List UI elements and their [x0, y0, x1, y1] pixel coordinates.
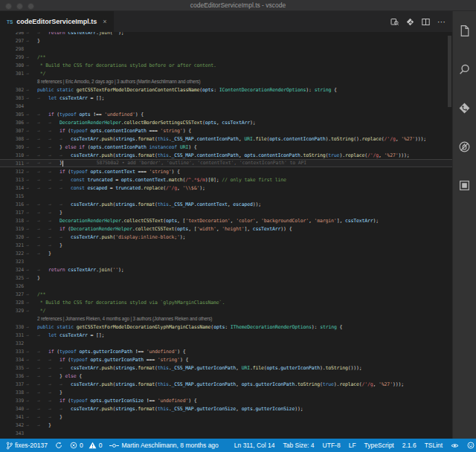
code-line[interactable]: 302→public static getCSSTextForModelDeco…: [0, 85, 452, 94]
sync-button[interactable]: [55, 442, 62, 449]
code-line[interactable]: 315: [0, 192, 452, 200]
code-line[interactable]: 331→→let cssTextArr = [];: [0, 331, 452, 339]
code-line[interactable]: 313→→→→const truncated = opts.contentTex…: [0, 175, 452, 184]
line-number[interactable]: 321: [0, 242, 26, 248]
line-number[interactable]: 329: [0, 308, 26, 314]
code-line[interactable]: 340→→→→cssTextArr.push(strings.format(th…: [0, 404, 452, 413]
code-line[interactable]: 310→→→→cssTextArr.push(strings.format(th…: [0, 151, 452, 159]
line-number[interactable]: 299: [0, 54, 26, 60]
code-line[interactable]: 341→→→}: [0, 413, 452, 421]
code-line[interactable]: 298: [0, 45, 452, 53]
line-number[interactable]: 309: [0, 144, 26, 150]
line-number[interactable]: 302: [0, 87, 26, 93]
more-actions-icon[interactable]: ⋯: [437, 18, 446, 25]
code-line[interactable]: 297→}: [0, 36, 452, 45]
eye-icon[interactable]: [451, 442, 459, 449]
line-number[interactable]: 337: [0, 381, 26, 387]
line-number[interactable]: 307: [0, 128, 26, 134]
line-number[interactable]: 331: [0, 332, 26, 338]
line-number[interactable]: 332: [0, 340, 26, 346]
line-number[interactable]: 313: [0, 177, 26, 183]
line-number[interactable]: 340: [0, 406, 26, 412]
line-number[interactable]: 330: [0, 324, 26, 330]
code-editor[interactable]: 296→→return cssTextArr.join('');297→}298…: [0, 32, 452, 439]
code-line[interactable]: 303→→let cssTextArr = [];: [0, 94, 452, 102]
line-number[interactable]: 339: [0, 398, 26, 404]
line-number[interactable]: 316: [0, 201, 26, 207]
code-line[interactable]: 319→→→if (DecorationRenderHelper.collect…: [0, 225, 452, 233]
line-number[interactable]: 314: [0, 185, 26, 191]
code-line[interactable]: 300→ * Build the CSS for decorations sty…: [0, 61, 452, 69]
code-line[interactable]: 309→→→} else if (opts.contentIconPath in…: [0, 143, 452, 151]
code-line[interactable]: 322→→}: [0, 249, 452, 257]
line-number[interactable]: 318: [0, 218, 26, 224]
line-number[interactable]: 311: [0, 161, 26, 167]
language-mode[interactable]: TypeScript: [364, 442, 394, 449]
code-line[interactable]: 321→→→}: [0, 241, 452, 249]
editor-scrollbar[interactable]: [448, 36, 451, 107]
line-number[interactable]: 338: [0, 390, 26, 396]
line-number[interactable]: 342: [0, 422, 26, 428]
line-number[interactable]: 327: [0, 291, 26, 297]
code-line[interactable]: 325→}: [0, 274, 452, 282]
line-number[interactable]: 303: [0, 95, 26, 101]
line-number[interactable]: 335: [0, 365, 26, 371]
line-number[interactable]: 328: [0, 300, 26, 306]
gitlens-diamond-icon[interactable]: [406, 18, 414, 26]
cursor-position[interactable]: Ln 311, Col 14: [234, 442, 275, 449]
smiley-feedback-icon[interactable]: [467, 442, 475, 449]
line-number[interactable]: 315: [0, 193, 26, 199]
code-line[interactable]: 339→→→if (typeof opts.gutterIconSize !==…: [0, 396, 452, 404]
code-line[interactable]: 327→/**: [0, 290, 452, 298]
line-number[interactable]: 304: [0, 103, 26, 109]
extensions-icon[interactable]: [453, 166, 476, 204]
line-number[interactable]: 333: [0, 349, 26, 355]
code-line[interactable]: 326: [0, 282, 452, 290]
open-preview-icon[interactable]: [390, 18, 399, 26]
line-number[interactable]: 300: [0, 62, 26, 68]
tslint-status[interactable]: TSLint: [425, 442, 443, 449]
encoding-indicator[interactable]: UTF-8: [323, 442, 341, 449]
line-number[interactable]: 320: [0, 234, 26, 240]
tab-codeEditorServiceImpl[interactable]: TS codeEditorServiceImpl.ts ×: [0, 11, 114, 32]
codelens-annotation[interactable]: 2 references | Johannes Rieken, 4 months…: [0, 314, 452, 323]
line-number[interactable]: 301: [0, 71, 26, 77]
code-line[interactable]: 305→→if (typeof opts !== 'undefined') {: [0, 110, 452, 118]
code-line[interactable]: 301→ */: [0, 69, 452, 77]
line-number[interactable]: 296: [0, 32, 26, 36]
line-number[interactable]: 306: [0, 120, 26, 126]
code-line[interactable]: 329→ */: [0, 306, 452, 314]
code-line[interactable]: 343: [0, 429, 452, 437]
code-line[interactable]: 338→→→}: [0, 388, 452, 396]
code-line[interactable]: 323: [0, 257, 452, 265]
line-number[interactable]: 298: [0, 46, 26, 52]
eol-indicator[interactable]: LF: [349, 442, 356, 449]
code-line[interactable]: 299→/**: [0, 53, 452, 61]
typescript-version[interactable]: 2.1.6: [402, 442, 416, 449]
code-line[interactable]: 314→→→→const escaped = truncated.replace…: [0, 184, 452, 192]
code-line[interactable]: 324→→return cssTextArr.join('');: [0, 265, 452, 274]
code-line[interactable]: 333→→if (typeof opts.gutterIconPath !== …: [0, 347, 452, 355]
line-number[interactable]: 317: [0, 210, 26, 216]
line-number[interactable]: 334: [0, 357, 26, 363]
debug-icon[interactable]: [453, 127, 476, 166]
line-number[interactable]: 308: [0, 136, 26, 142]
line-number[interactable]: 297: [0, 38, 26, 44]
line-number[interactable]: 322: [0, 251, 26, 256]
code-line[interactable]: 312→→→if (typeof opts.contentText === 's…: [0, 167, 452, 175]
git-branch-indicator[interactable]: fixes-20137: [6, 442, 48, 450]
code-line[interactable]: 306→→→DecorationRenderHelper.collectBord…: [0, 118, 452, 126]
line-number[interactable]: 343: [0, 430, 26, 436]
line-number[interactable]: 336: [0, 373, 26, 379]
code-line[interactable]: 307→→→if (typeof opts.contentIconPath ==…: [0, 126, 452, 135]
code-line[interactable]: 304: [0, 102, 452, 110]
codelens-annotation[interactable]: 8 references | Eric Amodio, 2 days ago |…: [0, 77, 452, 85]
code-line[interactable]: 308→→→→cssTextArr.push(strings.format(th…: [0, 135, 452, 143]
code-line[interactable]: 316→→→→cssTextArr.push(strings.format(th…: [0, 200, 452, 208]
explorer-icon[interactable]: [453, 11, 476, 50]
code-line[interactable]: 332: [0, 339, 452, 347]
code-line[interactable]: 330→public static getCSSTextForModelDeco…: [0, 323, 452, 331]
code-line[interactable]: 337→→→→cssTextArr.push(strings.format(th…: [0, 380, 452, 388]
code-line[interactable]: 335→→→→cssTextArr.push(strings.format(th…: [0, 364, 452, 372]
line-number[interactable]: 312: [0, 169, 26, 175]
